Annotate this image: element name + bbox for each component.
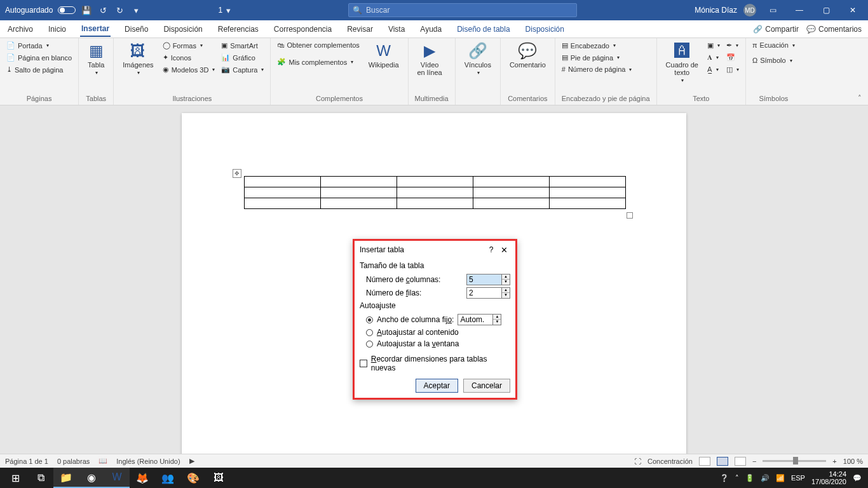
tab-ayuda[interactable]: Ayuda xyxy=(419,22,443,36)
mis-complementos-button[interactable]: 🧩 Mis complementos▾ xyxy=(277,57,359,67)
simbolo-button[interactable]: Ω Símbolo▾ xyxy=(752,56,795,65)
focus-icon[interactable]: ⛶ xyxy=(634,458,641,465)
tab-insertar[interactable]: Insertar xyxy=(80,22,111,37)
rows-spinner[interactable]: ▲▼ xyxy=(466,287,510,299)
collapse-ribbon-icon[interactable]: ˄ xyxy=(851,92,868,105)
explorer-icon[interactable]: 📁 xyxy=(53,468,79,488)
zoom-out-icon[interactable]: − xyxy=(752,458,756,465)
zoom-in-icon[interactable]: + xyxy=(832,458,836,465)
numero-button[interactable]: # Número de página▾ xyxy=(562,65,632,74)
cols-up-icon[interactable]: ▲ xyxy=(502,274,510,280)
wifi-icon[interactable]: 📶 xyxy=(776,474,785,482)
rows-input[interactable] xyxy=(466,287,502,299)
user-avatar[interactable]: MD xyxy=(743,4,756,17)
zoom-slider[interactable] xyxy=(763,460,826,462)
notifications-icon[interactable]: 💬 xyxy=(853,474,862,482)
battery-icon[interactable]: 🔋 xyxy=(745,474,754,482)
video-button[interactable]: ▶Vídeo en línea xyxy=(415,41,445,78)
qat-more-icon[interactable]: ▾ xyxy=(130,6,142,15)
wordart-button[interactable]: 𝐀▾ xyxy=(707,53,720,62)
radio-fitcontent-row[interactable]: Autoajustar al contenido xyxy=(366,328,510,337)
imagenes-button[interactable]: 🖼Imágenes▾ xyxy=(120,41,156,77)
close-icon[interactable]: ✕ xyxy=(843,6,863,15)
doc-dropdown-icon[interactable]: ▾ xyxy=(222,6,234,15)
radio-fixed[interactable] xyxy=(366,316,373,323)
radio-fitwindow-row[interactable]: Autoajustar a la ventana xyxy=(366,339,510,348)
datetime-button[interactable]: 📅 xyxy=(726,53,739,62)
fixed-input[interactable] xyxy=(458,314,493,325)
undo-icon[interactable]: ↺ xyxy=(97,6,109,15)
tab-inicio[interactable]: Inicio xyxy=(47,22,67,36)
object-button[interactable]: ◫▾ xyxy=(726,65,739,74)
teams-icon[interactable]: 👥 xyxy=(155,468,180,488)
firefox-icon[interactable]: 🦊 xyxy=(130,468,155,488)
autosave-toggle[interactable] xyxy=(58,6,76,14)
tab-correspondencia[interactable]: Correspondencia xyxy=(273,22,333,36)
tab-disposicion2[interactable]: Disposición xyxy=(524,22,566,36)
cancel-button[interactable]: Cancelar xyxy=(463,379,510,393)
view-read-icon[interactable] xyxy=(699,457,710,466)
remember-row[interactable]: Recordar dimensiones para tablas nuevas xyxy=(360,355,510,372)
tab-vista[interactable]: Vista xyxy=(387,22,406,36)
fixed-up-icon[interactable]: ▲ xyxy=(493,315,501,320)
tab-referencias[interactable]: Referencias xyxy=(217,22,260,36)
zoom-value[interactable]: 100 % xyxy=(843,458,863,465)
word-icon[interactable]: W xyxy=(104,468,130,488)
minimize-icon[interactable]: — xyxy=(789,6,810,15)
view-print-icon[interactable] xyxy=(717,457,728,466)
share-button[interactable]: 🔗 Compartir xyxy=(753,25,799,34)
table-resize-handle[interactable] xyxy=(627,212,633,219)
vinculos-button[interactable]: 🔗Vínculos▾ xyxy=(462,41,494,77)
ribbon-display-icon[interactable]: ▭ xyxy=(763,6,783,15)
ok-button[interactable]: Aceptar xyxy=(416,379,458,393)
tab-disposicion[interactable]: Disposición xyxy=(162,22,203,36)
remember-checkbox[interactable] xyxy=(360,360,367,367)
comentario-button[interactable]: 💬Comentario xyxy=(507,41,548,70)
captura-button[interactable]: 📷 Captura▾ xyxy=(221,65,264,74)
radio-fitcontent[interactable] xyxy=(366,329,373,336)
cuadro-texto-button[interactable]: 🅰Cuadro de texto▾ xyxy=(663,41,701,85)
help-tray-icon[interactable]: ❔ xyxy=(720,474,729,482)
macro-icon[interactable]: ▶ xyxy=(189,457,194,465)
status-lang[interactable]: Inglés (Reino Unido) xyxy=(116,458,180,465)
grafico-button[interactable]: 📊 Gráfico xyxy=(221,53,264,62)
fixed-down-icon[interactable]: ▼ xyxy=(493,320,501,325)
tab-revisar[interactable]: Revisar xyxy=(346,22,374,36)
formas-button[interactable]: ◯ Formas▾ xyxy=(163,41,215,50)
obtener-complementos-button[interactable]: 🛍 Obtener complementos xyxy=(277,41,359,50)
rows-down-icon[interactable]: ▼ xyxy=(502,293,510,298)
maximize-icon[interactable]: ▢ xyxy=(816,6,836,15)
status-page[interactable]: Página 1 de 1 xyxy=(5,458,48,465)
wikipedia-button[interactable]: WWikipedia xyxy=(366,41,402,70)
start-button[interactable]: ⊞ xyxy=(3,468,28,488)
table-move-handle[interactable]: ✥ xyxy=(233,169,241,178)
ecuacion-button[interactable]: π Ecuación▾ xyxy=(752,41,795,50)
tabla-button[interactable]: ▦Tabla▾ xyxy=(85,41,107,77)
encabezado-button[interactable]: ▤ Encabezado▾ xyxy=(562,41,632,50)
cols-spinner[interactable]: ▲▼ xyxy=(466,274,510,285)
salto-pagina-button[interactable]: ⤓ Salto de página xyxy=(6,65,72,74)
status-focus[interactable]: Concentración xyxy=(648,458,693,465)
quickparts-button[interactable]: ▣▾ xyxy=(707,41,720,50)
save-icon[interactable]: 💾 xyxy=(81,6,92,15)
cols-down-icon[interactable]: ▼ xyxy=(502,280,510,285)
tab-diseno-tabla[interactable]: Diseño de tabla xyxy=(456,22,511,36)
signature-button[interactable]: ✒▾ xyxy=(726,41,739,50)
redo-icon[interactable]: ↻ xyxy=(114,6,125,15)
cols-input[interactable] xyxy=(466,274,502,285)
tray-clock[interactable]: 14:24 17/08/2020 xyxy=(811,470,846,485)
tab-diseno[interactable]: Diseño xyxy=(123,22,149,36)
tray-chevron-icon[interactable]: ˄ xyxy=(735,474,739,482)
modelos3d-button[interactable]: ◉ Modelos 3D▾ xyxy=(163,65,215,74)
smartart-button[interactable]: ▣ SmartArt xyxy=(221,41,264,50)
view-web-icon[interactable] xyxy=(735,457,746,466)
taskview-icon[interactable]: ⧉ xyxy=(28,468,53,488)
comments-button[interactable]: 💬 Comentarios xyxy=(806,25,862,34)
radio-fixed-row[interactable]: Ancho de columna fijo: ▲▼ xyxy=(366,314,510,325)
spellcheck-icon[interactable]: 📖 xyxy=(98,457,107,465)
chrome-icon[interactable]: ◉ xyxy=(79,468,104,488)
pagina-blanco-button[interactable]: 📄 Página en blanco xyxy=(6,53,72,62)
search-box[interactable]: 🔍 Buscar xyxy=(348,3,577,17)
volume-icon[interactable]: 🔊 xyxy=(761,474,770,482)
photos-icon[interactable]: 🖼 xyxy=(206,468,231,488)
